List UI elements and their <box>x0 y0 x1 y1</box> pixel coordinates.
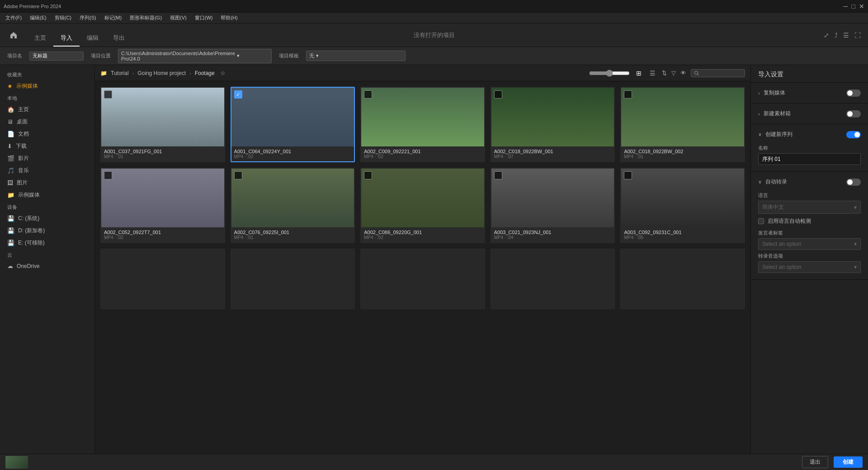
share-icon[interactable]: ⤴ <box>835 32 838 39</box>
name-field-label: 名称 <box>751 143 868 152</box>
media-card-card-12[interactable] <box>231 249 355 309</box>
panels-icon[interactable]: ☰ <box>843 32 849 39</box>
breadcrumb-item-tutorial[interactable]: Tutorial <box>111 70 129 76</box>
menu-window[interactable]: 窗口(W) <box>191 14 217 22</box>
fullscreen-icon[interactable]: ⛶ <box>854 32 861 39</box>
filter-icon[interactable]: ▽ <box>671 70 676 76</box>
sidebar-item-music[interactable]: 🎵 音乐 <box>0 164 94 177</box>
sidebar-item-example-media[interactable]: ★ 示例媒体 <box>0 80 94 92</box>
expand-icon[interactable]: ⤢ <box>824 32 829 39</box>
card-checkbox-card-5[interactable] <box>624 90 632 99</box>
project-location-select[interactable]: C:\Users\Administrator\Documents\Adobe\P… <box>118 49 272 63</box>
media-card-card-7[interactable]: A002_C076_09225I_001MP4 · :01 <box>231 168 355 243</box>
menu-markers[interactable]: 标记(M) <box>101 14 126 22</box>
breadcrumb-item-project[interactable]: Going Home project <box>137 70 186 76</box>
card-checkbox-card-4[interactable] <box>494 90 502 99</box>
media-card-card-9[interactable]: A003_C021_0923NJ_001MP4 · :04 <box>491 168 615 243</box>
new-bin-toggle[interactable] <box>846 110 861 118</box>
menu-file[interactable]: 文件(F) <box>2 14 25 22</box>
card-name-card-6: A002_C052_0922T7_001 <box>104 230 222 235</box>
transcribe-select[interactable]: Select an option ▾ <box>758 261 861 273</box>
sidebar-item-onedrive[interactable]: ☁ OneDrive <box>0 260 94 272</box>
exit-button[interactable]: 退出 <box>802 456 828 468</box>
template-select[interactable]: 无 ▾ <box>306 51 406 61</box>
card-meta-card-10: MP4 · :05 <box>624 235 741 240</box>
speaker-select[interactable]: Select an option ▾ <box>758 238 861 250</box>
card-checkbox-card-7[interactable] <box>234 171 242 179</box>
home-button[interactable] <box>7 29 20 42</box>
media-card-card-14[interactable] <box>491 249 615 309</box>
sequence-name-input[interactable] <box>758 153 861 165</box>
language-select[interactable]: 简体中文 ▾ <box>758 201 861 214</box>
transcribe-field-label: 转录音选项 <box>751 251 868 260</box>
visibility-icon[interactable]: 👁 <box>680 70 686 76</box>
sidebar-item-desktop[interactable]: 🖥 桌面 <box>0 116 94 128</box>
new-bin-chevron[interactable]: › <box>758 111 760 117</box>
card-checkbox-card-3[interactable] <box>364 90 372 99</box>
menu-view[interactable]: 视图(V) <box>166 14 190 22</box>
media-card-card-15[interactable] <box>620 249 745 309</box>
card-checkbox-card-6[interactable] <box>104 171 112 179</box>
sidebar-documents-label: 文档 <box>18 130 29 138</box>
favorite-star-icon[interactable]: ☆ <box>220 70 226 76</box>
media-card-card-6[interactable]: A002_C052_0922T7_001MP4 · :02 <box>100 168 225 243</box>
copy-media-toggle[interactable] <box>846 89 861 97</box>
speaker-chevron-down-icon: ▾ <box>854 241 857 247</box>
tab-home[interactable]: 主页 <box>27 30 53 47</box>
card-meta-card-8: MP4 · :02 <box>364 235 481 240</box>
card-meta-card-7: MP4 · :01 <box>234 235 352 240</box>
sidebar-item-movies[interactable]: 🎬 影片 <box>0 152 94 164</box>
sidebar-item-home[interactable]: 🏠 主页 <box>0 103 94 116</box>
media-card-card-3[interactable]: A002_C009_092221_001MP4 · :02 <box>360 87 485 162</box>
card-checkbox-card-10[interactable] <box>624 171 632 179</box>
card-meta-card-4: MP4 · :07 <box>494 154 612 159</box>
sidebar-item-pictures[interactable]: 🖼 图片 <box>0 177 94 189</box>
auto-transcode-chevron[interactable]: ∨ <box>758 179 762 185</box>
card-meta-card-5: MP4 · :01 <box>624 154 741 159</box>
card-meta-card-9: MP4 · :04 <box>494 235 612 240</box>
create-button[interactable]: 创建 <box>834 456 863 468</box>
card-checkbox-card-2[interactable]: ✓ <box>234 90 242 99</box>
grid-view-button[interactable]: ⊞ <box>634 69 643 78</box>
auto-detect-row: 启用语言自动检测 <box>751 215 868 228</box>
media-card-card-11[interactable] <box>100 249 225 309</box>
sidebar-item-sample[interactable]: 📁 示例媒体 <box>0 189 94 201</box>
maximize-icon[interactable]: □ <box>852 3 855 10</box>
card-checkbox-card-9[interactable] <box>494 171 502 179</box>
create-sequence-toggle[interactable] <box>846 131 861 138</box>
auto-transcode-toggle[interactable] <box>846 179 861 186</box>
media-card-card-4[interactable]: A002_C018_0922BW_001MP4 · :07 <box>491 87 615 162</box>
copy-media-chevron[interactable]: › <box>758 90 760 96</box>
menu-clip[interactable]: 剪辑(C) <box>51 14 75 22</box>
menu-edit[interactable]: 编辑(E) <box>26 14 50 22</box>
media-card-card-10[interactable]: A003_C092_09231C_001MP4 · :05 <box>620 168 745 243</box>
media-card-card-1[interactable]: A001_C037_0921FG_001MP4 · :01 <box>100 87 225 162</box>
sidebar-item-c-drive[interactable]: 💾 C: (系统) <box>0 212 94 225</box>
close-icon[interactable]: ✕ <box>859 3 864 10</box>
search-input[interactable] <box>701 70 742 76</box>
list-view-button[interactable]: ☰ <box>648 69 657 78</box>
card-checkbox-card-8[interactable] <box>364 171 372 179</box>
auto-detect-checkbox[interactable] <box>758 218 764 224</box>
sidebar-example-media-label: 示例媒体 <box>16 82 38 90</box>
create-sequence-chevron[interactable]: ∨ <box>758 132 762 137</box>
project-name-input[interactable] <box>29 52 84 61</box>
media-card-card-2[interactable]: ✓A001_C064_09224Y_001MP4 · :02 <box>231 87 355 162</box>
sidebar-item-e-drive[interactable]: 💾 E: (可移除) <box>0 237 94 249</box>
card-checkbox-card-1[interactable] <box>104 90 112 99</box>
zoom-slider[interactable] <box>589 70 630 77</box>
media-card-card-5[interactable]: A002_C018_0922BW_002MP4 · :01 <box>620 87 745 162</box>
sidebar-item-d-drive[interactable]: 💾 D: (新加卷) <box>0 225 94 237</box>
tab-import[interactable]: 导入 <box>53 30 80 47</box>
media-card-card-13[interactable] <box>360 249 485 309</box>
tab-export[interactable]: 导出 <box>106 30 132 47</box>
media-card-card-8[interactable]: A002_C086_09220G_001MP4 · :02 <box>360 168 485 243</box>
sidebar-item-documents[interactable]: 📄 文档 <box>0 128 94 140</box>
menu-sequence[interactable]: 序列(S) <box>76 14 100 22</box>
tab-edit[interactable]: 编辑 <box>80 30 106 47</box>
minimize-icon[interactable]: ─ <box>844 3 848 10</box>
menu-help[interactable]: 帮助(H) <box>217 14 241 22</box>
menu-graphics[interactable]: 图形和标题(G) <box>126 14 165 22</box>
sort-icon[interactable]: ⇅ <box>662 70 667 76</box>
sidebar-item-downloads[interactable]: ⬇ 下载 <box>0 140 94 152</box>
